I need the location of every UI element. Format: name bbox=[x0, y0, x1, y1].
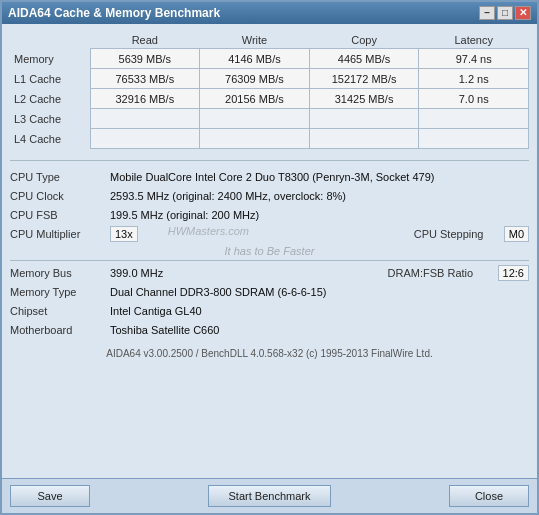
cell-latency: 7.0 ns bbox=[419, 89, 529, 109]
divider-1 bbox=[10, 160, 529, 161]
table-row: L3 Cache bbox=[10, 109, 529, 129]
cell-read bbox=[90, 129, 200, 149]
cpu-stepping-value: M0 bbox=[504, 226, 529, 242]
row-label: L1 Cache bbox=[10, 69, 90, 89]
cpu-type-label: CPU Type bbox=[10, 171, 110, 183]
row-label: L2 Cache bbox=[10, 89, 90, 109]
cpu-fsb-value: 199.5 MHz (original: 200 MHz) bbox=[110, 209, 529, 221]
motherboard-label: Motherboard bbox=[10, 324, 110, 336]
row-label: L3 Cache bbox=[10, 109, 90, 129]
cell-read: 5639 MB/s bbox=[90, 49, 200, 69]
cell-latency bbox=[419, 129, 529, 149]
row-label: Memory bbox=[10, 49, 90, 69]
cpu-stepping-label: CPU Stepping bbox=[414, 228, 504, 240]
start-benchmark-button[interactable]: Start Benchmark bbox=[208, 485, 332, 507]
cpu-clock-row: CPU Clock 2593.5 MHz (original: 2400 MHz… bbox=[10, 187, 529, 205]
chipset-value: Intel Cantiga GL40 bbox=[110, 305, 529, 317]
info-section: CPU Type Mobile DualCore Intel Core 2 Du… bbox=[10, 168, 529, 340]
row-label: L4 Cache bbox=[10, 129, 90, 149]
table-row: Memory5639 MB/s4146 MB/s4465 MB/s97.4 ns bbox=[10, 49, 529, 69]
close-icon-button[interactable]: ✕ bbox=[515, 6, 531, 20]
cell-copy bbox=[309, 129, 419, 149]
cpu-type-value: Mobile DualCore Intel Core 2 Duo T8300 (… bbox=[110, 171, 529, 183]
cell-copy: 31425 MB/s bbox=[309, 89, 419, 109]
table-row: L2 Cache32916 MB/s20156 MB/s31425 MB/s7.… bbox=[10, 89, 529, 109]
table-row: L4 Cache bbox=[10, 129, 529, 149]
cell-read: 76533 MB/s bbox=[90, 69, 200, 89]
col-latency-header: Latency bbox=[419, 32, 529, 49]
main-window: AIDA64 Cache & Memory Benchmark – □ ✕ Re… bbox=[0, 0, 539, 515]
memory-bus-label: Memory Bus bbox=[10, 267, 110, 279]
watermark-hwmasters: HWMasters.com bbox=[168, 225, 249, 237]
maximize-button[interactable]: □ bbox=[497, 6, 513, 20]
chipset-row: Chipset Intel Cantiga GL40 bbox=[10, 302, 529, 320]
close-button[interactable]: Close bbox=[449, 485, 529, 507]
table-row: L1 Cache76533 MB/s76309 MB/s152172 MB/s1… bbox=[10, 69, 529, 89]
cell-read: 32916 MB/s bbox=[90, 89, 200, 109]
title-bar: AIDA64 Cache & Memory Benchmark – □ ✕ bbox=[2, 2, 537, 24]
motherboard-value: Toshiba Satellite C660 bbox=[110, 324, 529, 336]
window-title: AIDA64 Cache & Memory Benchmark bbox=[8, 6, 220, 20]
benchmark-table: Read Write Copy Latency Memory5639 MB/s4… bbox=[10, 32, 529, 149]
dram-fsb-label: DRAM:FSB Ratio bbox=[388, 267, 498, 279]
memory-bus-row: Memory Bus 399.0 MHz DRAM:FSB Ratio 12:6 bbox=[10, 264, 529, 282]
cell-read bbox=[90, 109, 200, 129]
dram-fsb-value: 12:6 bbox=[498, 265, 529, 281]
watermark-text: It has to Be Faster bbox=[10, 245, 529, 257]
cell-copy: 152172 MB/s bbox=[309, 69, 419, 89]
title-bar-buttons: – □ ✕ bbox=[479, 6, 531, 20]
cpu-clock-label: CPU Clock bbox=[10, 190, 110, 202]
cell-write: 76309 MB/s bbox=[200, 69, 310, 89]
memory-type-row: Memory Type Dual Channel DDR3-800 SDRAM … bbox=[10, 283, 529, 301]
minimize-button[interactable]: – bbox=[479, 6, 495, 20]
cell-write bbox=[200, 129, 310, 149]
content-area: Read Write Copy Latency Memory5639 MB/s4… bbox=[2, 24, 537, 478]
cell-write: 4146 MB/s bbox=[200, 49, 310, 69]
divider-2 bbox=[10, 260, 529, 261]
cell-copy bbox=[309, 109, 419, 129]
cell-latency bbox=[419, 109, 529, 129]
cpu-multiplier-value: 13x bbox=[110, 226, 138, 242]
col-read-header: Read bbox=[90, 32, 200, 49]
button-bar: Save Start Benchmark Close bbox=[2, 478, 537, 513]
cell-write: 20156 MB/s bbox=[200, 89, 310, 109]
memory-type-value: Dual Channel DDR3-800 SDRAM (6-6-6-15) bbox=[110, 286, 529, 298]
cpu-multiplier-row: CPU Multiplier 13x HWMasters.com CPU Ste… bbox=[10, 225, 529, 243]
motherboard-row: Motherboard Toshiba Satellite C660 bbox=[10, 321, 529, 339]
col-copy-header: Copy bbox=[309, 32, 419, 49]
cpu-type-row: CPU Type Mobile DualCore Intel Core 2 Du… bbox=[10, 168, 529, 186]
footer-text: AIDA64 v3.00.2500 / BenchDLL 4.0.568-x32… bbox=[10, 348, 529, 359]
cell-write bbox=[200, 109, 310, 129]
col-write-header: Write bbox=[200, 32, 310, 49]
col-empty-header bbox=[10, 32, 90, 49]
chipset-label: Chipset bbox=[10, 305, 110, 317]
cpu-clock-value: 2593.5 MHz (original: 2400 MHz, overcloc… bbox=[110, 190, 529, 202]
cell-latency: 1.2 ns bbox=[419, 69, 529, 89]
cpu-fsb-label: CPU FSB bbox=[10, 209, 110, 221]
cpu-multiplier-label: CPU Multiplier bbox=[10, 228, 110, 240]
memory-bus-value: 399.0 MHz bbox=[110, 267, 388, 279]
memory-type-label: Memory Type bbox=[10, 286, 110, 298]
save-button[interactable]: Save bbox=[10, 485, 90, 507]
cpu-fsb-row: CPU FSB 199.5 MHz (original: 200 MHz) bbox=[10, 206, 529, 224]
cell-copy: 4465 MB/s bbox=[309, 49, 419, 69]
cell-latency: 97.4 ns bbox=[419, 49, 529, 69]
